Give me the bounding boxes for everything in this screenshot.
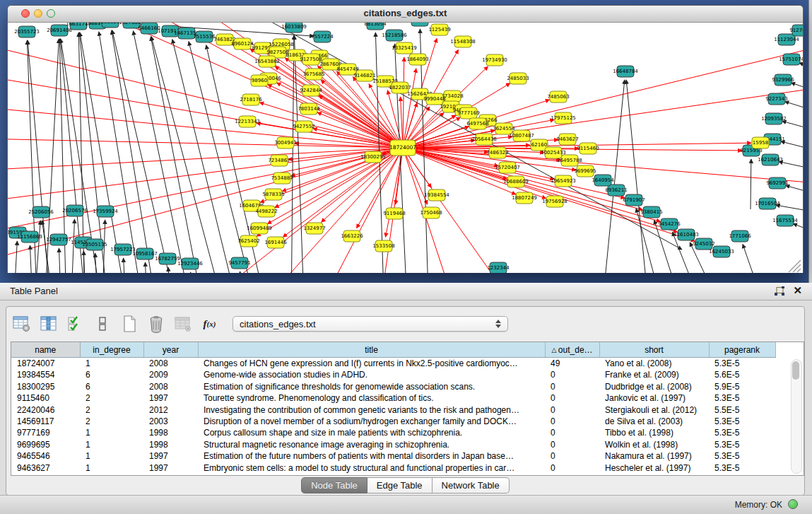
graph-node[interactable]: 9380415 bbox=[640, 206, 662, 218]
graph-node[interactable]: 20355723 bbox=[14, 26, 40, 37]
close-panel-icon[interactable]: ✕ bbox=[793, 284, 802, 297]
graph-node[interactable]: 3675685 bbox=[302, 69, 324, 80]
graph-node[interactable]: 7485063 bbox=[547, 91, 569, 103]
graph-node[interactable]: 7557224 bbox=[311, 31, 334, 42]
import-table-disabled-icon[interactable] bbox=[173, 315, 192, 334]
table-settings-icon[interactable] bbox=[12, 315, 31, 334]
column-header-name[interactable]: name bbox=[11, 342, 80, 358]
table-row[interactable]: 911546021997Tourette syndrome. Phenomeno… bbox=[11, 392, 775, 404]
graph-node[interactable]: 7803144 bbox=[298, 103, 320, 115]
table-row[interactable]: 2242004622012Investigating the contribut… bbox=[11, 404, 775, 416]
network-window-titlebar[interactable]: citations_edges.txt bbox=[8, 6, 803, 23]
graph-node[interactable]: 98960 bbox=[251, 75, 268, 86]
graph-node[interactable]: 17016504 bbox=[755, 198, 780, 209]
graph-node[interactable]: 20206576 bbox=[62, 205, 88, 216]
graph-node[interactable]: 9245032 bbox=[693, 238, 714, 250]
graph-node[interactable]: 7625402 bbox=[237, 235, 259, 247]
window-resize-grip[interactable] bbox=[789, 260, 801, 272]
graph-node[interactable]: 9777169 bbox=[457, 107, 479, 119]
graph-node[interactable]: 5878335 bbox=[262, 189, 284, 200]
table-panel-titlebar[interactable]: Table Panel ✕ bbox=[0, 283, 812, 300]
graph-node[interactable]: 12093582 bbox=[761, 113, 787, 124]
graph-node[interactable]: 3004943 bbox=[274, 137, 296, 148]
table-row[interactable]: 946362711997Embryonic stem cells: a mode… bbox=[11, 462, 775, 474]
graph-node[interactable]: 9242844 bbox=[300, 85, 322, 96]
graph-node[interactable]: 1125439 bbox=[428, 24, 450, 35]
graph-node[interactable]: 6497568 bbox=[466, 118, 488, 129]
graph-node[interactable]: 9454276 bbox=[658, 218, 681, 230]
graph-node[interactable]: 19734930 bbox=[482, 54, 507, 66]
graph-node[interactable]: 2718176 bbox=[240, 94, 262, 105]
table-scrollbar-thumb[interactable] bbox=[792, 361, 799, 380]
graph-node[interactable]: 8131054 bbox=[408, 23, 431, 26]
citation-graph[interactable]: 2035572320691406166317141988147810655257… bbox=[8, 23, 803, 273]
graph-node[interactable]: 17975125 bbox=[551, 112, 576, 124]
network-canvas[interactable]: 2035572320691406166317141988147810655257… bbox=[8, 23, 803, 273]
graph-node[interactable]: 11548308 bbox=[450, 36, 476, 47]
table-row[interactable]: 1872400712008Changes of HCN gene express… bbox=[11, 358, 775, 370]
graph-node[interactable]: 15218586 bbox=[382, 30, 407, 41]
select-rows-icon[interactable] bbox=[66, 315, 85, 334]
table-row[interactable]: 1830029562008Estimation of significance … bbox=[11, 381, 775, 392]
table-row[interactable]: 969969511998Structural magnetic resonanc… bbox=[11, 439, 775, 450]
graph-node[interactable]: 16648784 bbox=[613, 66, 638, 77]
graph-node[interactable]: 1640954 bbox=[592, 175, 614, 186]
row-height-icon[interactable] bbox=[93, 315, 112, 334]
graph-node[interactable]: 7534887 bbox=[271, 173, 293, 184]
graph-node[interactable]: 16099489 bbox=[247, 223, 272, 234]
graph-node[interactable]: 17359924 bbox=[93, 206, 118, 217]
graph-node[interactable]: 7486322 bbox=[486, 147, 508, 158]
graph-node[interactable]: 9127508 bbox=[300, 54, 322, 65]
graph-node[interactable]: 9115460 bbox=[577, 143, 599, 154]
function-builder-icon[interactable]: f(x) bbox=[200, 315, 219, 334]
graph-node[interactable]: 1232344 bbox=[487, 262, 510, 273]
minimize-window-button[interactable] bbox=[34, 9, 42, 18]
graph-node[interactable]: 1864093 bbox=[406, 54, 428, 65]
graph-node[interactable]: 8960124 bbox=[231, 38, 254, 49]
graph-node[interactable]: 11675534 bbox=[772, 215, 798, 226]
graph-node[interactable]: 4498222 bbox=[255, 206, 277, 217]
table-row[interactable]: 977716911998Corpus callosum shape and si… bbox=[11, 427, 775, 438]
column-header-in_degree[interactable]: in_degree bbox=[80, 342, 143, 358]
graph-node[interactable]: 9119468 bbox=[383, 208, 405, 219]
graph-node[interactable]: 19384554 bbox=[424, 189, 449, 201]
graph-node[interactable]: 2485033 bbox=[507, 73, 529, 84]
column-header-title[interactable]: title bbox=[198, 342, 545, 358]
graph-node[interactable]: 9463627 bbox=[556, 134, 578, 145]
graph-node[interactable]: 1691446 bbox=[264, 237, 287, 248]
table-scrollbar[interactable] bbox=[791, 359, 802, 474]
table-row[interactable]: 1456911722003Disruption of a novel membe… bbox=[11, 416, 775, 427]
float-panel-icon[interactable] bbox=[774, 286, 785, 296]
graph-node[interactable]: 15958 bbox=[752, 137, 769, 148]
table-row[interactable]: 946554611997Estimation of the future num… bbox=[11, 450, 775, 462]
graph-node[interactable]: 16210643 bbox=[758, 154, 783, 165]
column-header-pagerank[interactable]: pagerank bbox=[709, 342, 775, 358]
close-window-button[interactable] bbox=[21, 9, 30, 18]
tab-edge-table[interactable]: Edge Table bbox=[367, 477, 433, 493]
table-row[interactable]: 1938455462009Genome-wide association stu… bbox=[11, 369, 775, 380]
graph-node[interactable]: 9329966 bbox=[772, 74, 794, 86]
graph-node[interactable]: 9427552 bbox=[293, 121, 314, 132]
delete-trash-icon[interactable] bbox=[146, 315, 165, 334]
graph-node[interactable]: 8813054 bbox=[364, 23, 387, 30]
graph-node[interactable]: 9227343 bbox=[765, 93, 787, 105]
graph-node[interactable]: 16782759 bbox=[155, 253, 180, 264]
column-header-short[interactable]: short bbox=[599, 342, 709, 358]
tab-network-table[interactable]: Network Table bbox=[433, 477, 510, 493]
table-select-dropdown[interactable]: citations_edges.txt bbox=[233, 316, 508, 332]
graph-node[interactable]: 1771066 bbox=[729, 230, 751, 242]
graph-node[interactable]: 9457791 bbox=[228, 257, 250, 269]
tab-node-table[interactable]: Node Table bbox=[301, 477, 367, 493]
graph-node[interactable]: 7515536 bbox=[193, 31, 216, 42]
graph-node[interactable]: 1324977 bbox=[303, 223, 325, 234]
graph-node[interactable]: 1533508 bbox=[372, 240, 394, 252]
new-file-icon[interactable] bbox=[119, 315, 139, 334]
graph-node[interactable]: 16033809 bbox=[281, 23, 307, 33]
graph-node[interactable]: 10958167 bbox=[132, 248, 158, 259]
graph-node[interactable]: 1750468 bbox=[420, 207, 442, 218]
memory-status-indicator[interactable] bbox=[788, 499, 798, 509]
graph-node[interactable]: 19756928 bbox=[542, 196, 567, 207]
column-header-year[interactable]: year bbox=[143, 342, 198, 358]
graph-node[interactable]: 12942757 bbox=[46, 234, 71, 245]
graph-node[interactable]: 6791907 bbox=[623, 194, 645, 206]
